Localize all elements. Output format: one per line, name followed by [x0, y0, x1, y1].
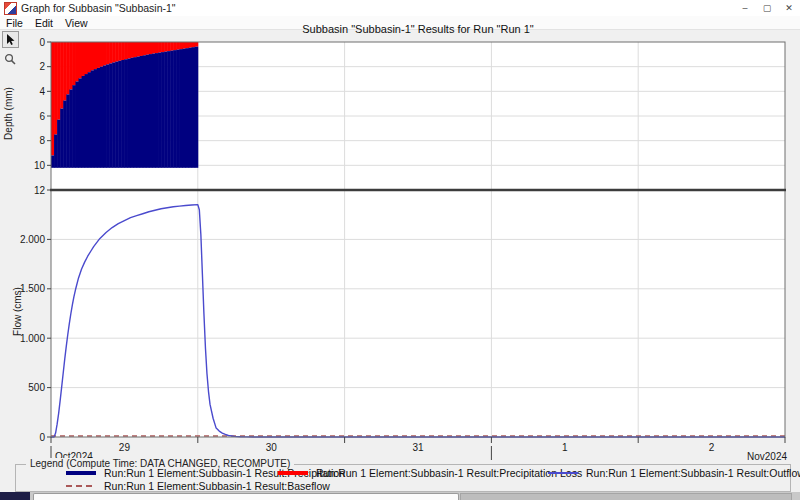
baseflow-swatch — [66, 485, 96, 487]
day-tick-label: 2 — [709, 442, 715, 453]
day-tick-label: 31 — [412, 442, 424, 453]
depth-tick-label: 6 — [39, 111, 45, 122]
depth-tick-label: 2 — [39, 61, 45, 72]
background-window-strip — [0, 492, 800, 500]
day-tick-label: 30 — [266, 442, 278, 453]
flow-tick-label: 500 — [28, 382, 45, 393]
precipitation-loss-swatch — [278, 471, 308, 475]
graph-window: Graph for Subbasin "Subbasin-1" – ▢ ✕ Fi… — [0, 0, 800, 500]
precipitation-bars — [51, 42, 198, 168]
background-white-tab — [33, 493, 459, 500]
flow-tick-label: 2.000 — [20, 234, 45, 245]
background-gray-tab — [460, 493, 792, 500]
results-chart[interactable]: 02468101205001.0001.5002.00029303112Oct2… — [0, 0, 800, 463]
flow-tick-label: 1.500 — [20, 283, 45, 294]
depth-tick-label: 10 — [34, 160, 46, 171]
depth-tick-label: 4 — [39, 86, 45, 97]
month-label-right: Nov2024 — [747, 451, 787, 462]
outflow-swatch — [548, 472, 578, 474]
legend-label-outflow: Run:Run 1 Element:Subbasin-1 Result:Outf… — [586, 467, 800, 479]
flow-tick-label: 1.000 — [20, 333, 45, 344]
day-tick-label: 1 — [562, 442, 568, 453]
precipitation-swatch — [66, 471, 96, 475]
depth-tick-label: 8 — [39, 135, 45, 146]
legend-label-precipitation-loss: Run:Run 1 Element:Subbasin-1 Result:Prec… — [316, 467, 582, 479]
legend-label-baseflow: Run:Run 1 Element:Subbasin-1 Result:Base… — [104, 480, 330, 492]
legend-label-precipitation: Run:Run 1 Element:Subbasin-1 Result:Prec… — [104, 467, 345, 479]
depth-tick-label: 12 — [34, 185, 46, 196]
flow-tick-label: 0 — [39, 432, 45, 443]
depth-tick-label: 0 — [39, 37, 45, 48]
legend-box: Legend (Compute Time: DATA CHANGED, RECO… — [15, 464, 791, 492]
background-navy-block — [0, 492, 30, 500]
day-tick-label: 29 — [119, 442, 131, 453]
flow-plot-area[interactable] — [51, 190, 785, 437]
